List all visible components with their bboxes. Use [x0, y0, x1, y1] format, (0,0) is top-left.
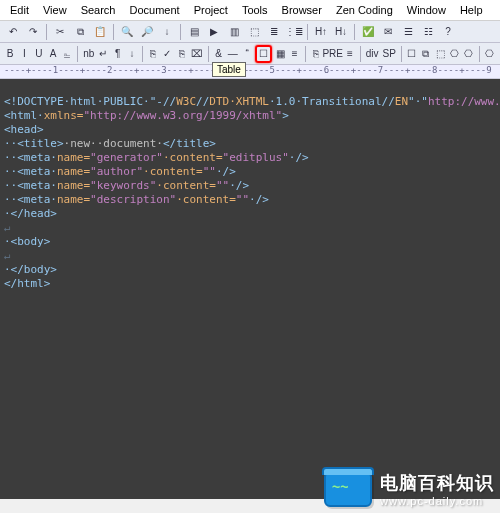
code-text: <!DOCTYPE·html·PUBLIC·"-// — [4, 95, 176, 108]
separator — [307, 24, 308, 40]
toolbar-button[interactable]: ≡ — [289, 45, 301, 63]
toolbar-button[interactable]: ≣ — [265, 23, 283, 41]
menu-edit[interactable]: Edit — [4, 2, 35, 18]
toolbar-button[interactable]: I — [18, 45, 30, 63]
menu-window[interactable]: Window — [401, 2, 452, 18]
toolbar-row-1: ↶↷✂⧉📋🔍🔎↓▤▶▥⬚≣⋮≣H↑H↓✅✉☰☷? — [0, 21, 500, 43]
toolbar-button[interactable]: ✂ — [51, 23, 69, 41]
toolbar-button[interactable]: ⎔ — [448, 45, 460, 63]
toolbar-button[interactable]: ⬚ — [245, 23, 263, 41]
separator — [354, 24, 355, 40]
toolbar-button[interactable]: ⬚ — [434, 45, 446, 63]
toolbar-button[interactable]: ⎁ — [61, 45, 73, 63]
toolbar-button[interactable]: ¶ — [112, 45, 124, 63]
toolbar-button[interactable]: ⎘ — [147, 45, 159, 63]
separator — [305, 46, 306, 62]
table-button[interactable]: ☐ — [255, 45, 272, 63]
menu-bar: EditViewSearchDocumentProjectToolsBrowse… — [0, 0, 500, 21]
toolbar-button[interactable]: ☐ — [405, 45, 417, 63]
watermark-text: 电脑百科知识 www.pc-daily.com — [380, 471, 494, 507]
toolbar-button[interactable]: ☷ — [419, 23, 437, 41]
menu-view[interactable]: View — [37, 2, 73, 18]
menu-search[interactable]: Search — [75, 2, 122, 18]
toolbar-button[interactable]: ▥ — [225, 23, 243, 41]
toolbar-button[interactable]: ↵ — [97, 45, 109, 63]
menu-browser[interactable]: Browser — [276, 2, 328, 18]
toolbar-button[interactable]: B — [4, 45, 16, 63]
toolbar-button[interactable]: 🔎 — [138, 23, 156, 41]
separator — [401, 46, 402, 62]
separator — [479, 46, 480, 62]
toolbar-button[interactable]: 📋 — [91, 23, 109, 41]
toolbar-button[interactable]: ✉ — [379, 23, 397, 41]
separator — [142, 46, 143, 62]
watermark: 电脑百科知识 www.pc-daily.com — [324, 471, 494, 507]
toolbar-row-2: BIUA⎁nb↵¶↓⎘✓⎘⌧&—“☐▦≡⎘PRE≡divSP☐⧉⬚⎔⎔⎔ — [0, 43, 500, 65]
toolbar-button[interactable]: ⎘ — [175, 45, 187, 63]
toolbar-button[interactable]: ⧉ — [71, 23, 89, 41]
menu-tools[interactable]: Tools — [236, 2, 274, 18]
toolbar-button[interactable]: ▦ — [274, 45, 286, 63]
separator — [46, 24, 47, 40]
separator — [113, 24, 114, 40]
toolbar-button[interactable]: ✅ — [359, 23, 377, 41]
toolbar-button[interactable]: SP — [381, 45, 396, 63]
toolbar-button[interactable]: ⌧ — [190, 45, 204, 63]
toolbar-button[interactable]: nb — [82, 45, 95, 63]
menu-help[interactable]: Help — [454, 2, 489, 18]
menu-zen-coding[interactable]: Zen Coding — [330, 2, 399, 18]
code-editor[interactable]: <!DOCTYPE·html·PUBLIC·"-//W3C//DTD·XHTML… — [0, 79, 500, 499]
toolbar-button[interactable]: PRE — [324, 45, 342, 63]
toolbar-button[interactable]: div — [365, 45, 380, 63]
toolbar-button[interactable]: ☰ — [399, 23, 417, 41]
toolbar-button[interactable]: “ — [241, 45, 253, 63]
toolbar-button[interactable]: ⎔ — [463, 45, 475, 63]
separator — [77, 46, 78, 62]
toolbar-button[interactable]: ⋮≣ — [285, 23, 303, 41]
toolbar-button[interactable]: & — [212, 45, 224, 63]
toolbar-button[interactable]: ▶ — [205, 23, 223, 41]
menu-document[interactable]: Document — [123, 2, 185, 18]
toolbar-button[interactable]: ↶ — [4, 23, 22, 41]
toolbar-button[interactable]: A — [47, 45, 59, 63]
toolbar-button[interactable]: ↷ — [24, 23, 42, 41]
watermark-icon — [324, 471, 372, 507]
tooltip-table: Table — [212, 62, 246, 77]
toolbar-button[interactable]: ? — [439, 23, 457, 41]
toolbar-button[interactable]: U — [33, 45, 45, 63]
toolbar-button[interactable]: 🔍 — [118, 23, 136, 41]
toolbar-button[interactable]: ✓ — [161, 45, 173, 63]
toolbar-button[interactable]: ⎘ — [309, 45, 321, 63]
separator — [360, 46, 361, 62]
toolbar-button[interactable]: ⧉ — [420, 45, 432, 63]
toolbar-button[interactable]: H↑ — [312, 23, 330, 41]
column-ruler: ----+----1----+----2----+----3----+----4… — [0, 65, 500, 79]
toolbar-button[interactable]: ≡ — [344, 45, 356, 63]
toolbar-button[interactable]: ↓ — [158, 23, 176, 41]
toolbar-button[interactable]: ⎔ — [484, 45, 496, 63]
toolbar-button[interactable]: H↓ — [332, 23, 350, 41]
separator — [208, 46, 209, 62]
toolbar-button[interactable]: — — [227, 45, 239, 63]
toolbar-button[interactable]: ▤ — [185, 23, 203, 41]
menu-project[interactable]: Project — [188, 2, 234, 18]
separator — [180, 24, 181, 40]
toolbar-button[interactable]: ↓ — [126, 45, 138, 63]
